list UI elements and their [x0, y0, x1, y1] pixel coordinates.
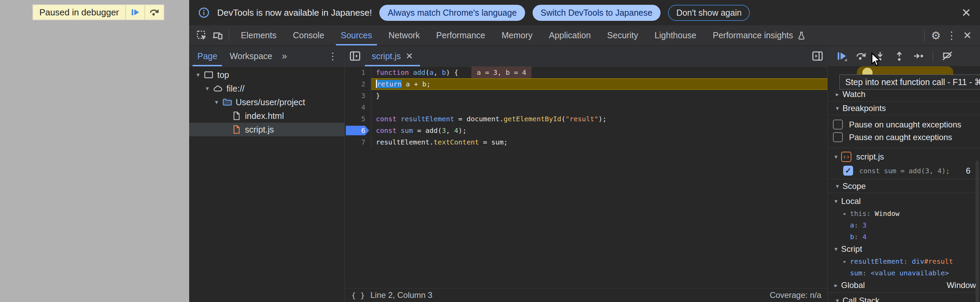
- breakpoint-entry-checkbox[interactable]: ✓: [843, 166, 853, 176]
- frame-icon: [204, 70, 214, 80]
- code-line-content: const resultElement = document.getElemen…: [371, 113, 827, 125]
- tree-item-top[interactable]: ▾top: [189, 68, 344, 82]
- resume-script-button[interactable]: [125, 5, 144, 19]
- tree-item-label: file://: [226, 84, 245, 93]
- editor-tab-close-icon[interactable]: ✕: [406, 51, 413, 62]
- navigator-tab-workspace[interactable]: Workspace: [223, 46, 278, 66]
- toggle-navigator-sidebar-icon[interactable]: [345, 46, 365, 66]
- chevron-right-icon: ▸: [840, 210, 850, 217]
- tab-label: Sources: [341, 30, 372, 40]
- tab-elements[interactable]: Elements: [232, 25, 285, 46]
- sidebar-scrollbar[interactable]: [975, 161, 979, 302]
- tree-item-index-html[interactable]: index.html: [189, 109, 344, 123]
- scope-script-row[interactable]: ▾ Script: [828, 243, 980, 255]
- breakpoint-file-group[interactable]: ▾ ‹› script.js: [828, 150, 980, 164]
- watch-label: Watch: [843, 90, 865, 99]
- gutter-line-2[interactable]: 2: [345, 78, 371, 90]
- tab-label: Console: [293, 30, 324, 40]
- notification-close-icon[interactable]: ✕: [961, 7, 972, 19]
- call-stack-section-header[interactable]: ▾ Call Stack: [828, 293, 980, 302]
- file-icon: [231, 111, 242, 121]
- code-line-2: 2return a + b;: [345, 78, 827, 90]
- resume-script-icon[interactable]: [834, 49, 850, 63]
- dont-show-again-button[interactable]: Don't show again: [668, 5, 750, 21]
- close-devtools-icon[interactable]: ✕: [959, 28, 975, 43]
- code-line-content: [371, 101, 827, 113]
- pause-uncaught-label: Pause on uncaught exceptions: [849, 120, 961, 130]
- chevron-down-icon: ▾: [831, 245, 841, 253]
- code-editor[interactable]: 1function add(a, b) {a = 3, b = 42return…: [345, 66, 827, 288]
- pretty-print-braces-icon[interactable]: { }: [351, 291, 365, 300]
- step-over-icon[interactable]: [853, 49, 869, 63]
- breakpoint-gutter-line-6[interactable]: 6: [345, 125, 371, 136]
- tab-security[interactable]: Security: [599, 25, 646, 46]
- paused-toast-label: Paused in debugger: [33, 5, 125, 19]
- scope-sum-row[interactable]: sum: <value unavailable>: [828, 267, 980, 279]
- toggle-debugger-sidebar-icon[interactable]: [808, 46, 827, 66]
- step-out-icon[interactable]: [891, 49, 907, 63]
- tab-performance-insights[interactable]: Performance insights: [705, 25, 815, 46]
- toggle-device-toolbar-button[interactable]: [210, 28, 226, 43]
- scope-b-row[interactable]: b: 4: [828, 231, 980, 243]
- scope-local-row[interactable]: ▾ Local: [828, 195, 980, 207]
- scope-a-name: a: [850, 221, 854, 229]
- code-line-content: resultElement.textContent = sum;: [371, 136, 827, 148]
- scope-a-row[interactable]: a: 3: [828, 219, 980, 231]
- scope-result-name: resultElement: [850, 257, 904, 266]
- chevron-down-icon[interactable]: ▾: [202, 85, 212, 92]
- navigator-kebab-icon[interactable]: ⋮: [323, 51, 342, 62]
- gutter-line-7[interactable]: 7: [345, 136, 371, 148]
- scope-resultelement-row[interactable]: ▸ resultElement: div#result: [828, 255, 980, 267]
- breakpoints-label: Breakpoints: [843, 103, 886, 113]
- mouse-cursor: [868, 52, 883, 68]
- gutter-line-1[interactable]: 1: [345, 66, 371, 78]
- scope-a-value: 3: [862, 221, 866, 229]
- scope-b-name: b: [850, 232, 854, 241]
- tab-console[interactable]: Console: [285, 25, 332, 46]
- tab-lighthouse[interactable]: Lighthouse: [646, 25, 704, 46]
- gutter-line-3[interactable]: 3: [345, 90, 371, 101]
- breakpoints-section-header[interactable]: ▾ Breakpoints: [828, 101, 980, 115]
- more-tabs-chevron-icon[interactable]: »: [278, 51, 289, 62]
- tab-network[interactable]: Network: [380, 25, 428, 46]
- gutter-line-4[interactable]: 4: [345, 101, 371, 113]
- pause-uncaught-row[interactable]: Pause on uncaught exceptions: [828, 118, 980, 131]
- chevron-down-icon[interactable]: ▾: [212, 98, 221, 106]
- info-icon: [198, 7, 210, 19]
- inspect-element-button[interactable]: [194, 28, 210, 43]
- more-options-kebab-icon[interactable]: ⋮: [944, 28, 959, 43]
- tree-item-script-js[interactable]: script.js: [189, 123, 344, 136]
- pause-caught-label: Pause on caught exceptions: [849, 133, 952, 142]
- pause-uncaught-checkbox[interactable]: [833, 120, 843, 130]
- step-icon[interactable]: [910, 49, 927, 63]
- deactivate-breakpoints-icon[interactable]: [939, 49, 956, 63]
- page-background: Paused in debugger: [0, 0, 189, 302]
- tree-item-file-[interactable]: ▾file://: [189, 82, 344, 95]
- pause-caught-checkbox[interactable]: [833, 132, 843, 142]
- scope-global-value: Window: [947, 280, 980, 290]
- debugger-toolbar-divider: [933, 50, 933, 62]
- chevron-down-icon[interactable]: ▾: [193, 71, 203, 79]
- switch-to-japanese-button[interactable]: Switch DevTools to Japanese: [533, 5, 661, 21]
- scope-section-header[interactable]: ▾ Scope: [828, 179, 980, 193]
- scope-global-row[interactable]: ▸ Global Window: [828, 279, 980, 291]
- tree-item-users-user-project[interactable]: ▾Users/user/project: [189, 95, 344, 109]
- pause-caught-row[interactable]: Pause on caught exceptions: [828, 131, 980, 144]
- chevron-right-icon: ▸: [831, 281, 841, 289]
- navigator-tab-page[interactable]: Page: [191, 46, 223, 66]
- scope-b-value: 4: [862, 232, 866, 241]
- breakpoint-entry-row[interactable]: ✓ const sum = add(3, 4); 6: [828, 164, 980, 178]
- settings-gear-icon[interactable]: ⚙: [928, 28, 944, 43]
- tab-application[interactable]: Application: [541, 25, 599, 46]
- tab-performance[interactable]: Performance: [428, 25, 493, 46]
- scope-this-row[interactable]: ▸ this: Window: [828, 207, 980, 219]
- tab-memory[interactable]: Memory: [493, 25, 541, 46]
- step-into-tooltip: Step into next function call - F11 - ⌘ ;: [839, 74, 980, 90]
- editor-tab-scriptjs[interactable]: script.js ✕: [365, 46, 420, 66]
- always-match-language-button[interactable]: Always match Chrome's language: [379, 5, 525, 21]
- code-line-3: 3}: [345, 90, 827, 101]
- gutter-line-5[interactable]: 5: [345, 113, 371, 125]
- tab-sources[interactable]: Sources: [332, 25, 380, 46]
- step-over-button-page[interactable]: [144, 5, 164, 19]
- flask-icon: [797, 31, 806, 40]
